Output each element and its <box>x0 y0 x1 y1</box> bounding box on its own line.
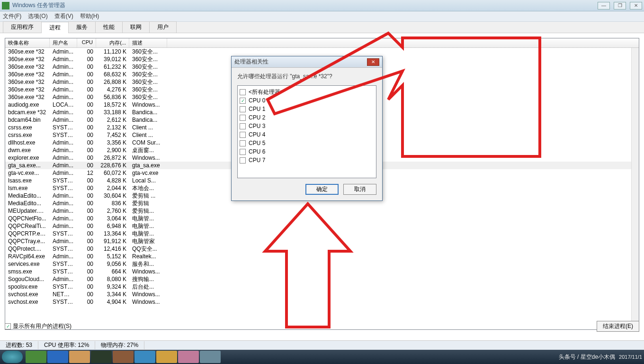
cpu-row[interactable]: CPU 2 <box>240 113 374 122</box>
process-row[interactable]: QQPCRealTi...Admin...006,948 K电脑管... <box>5 222 639 230</box>
tab[interactable]: 性能 <box>95 21 123 33</box>
cpu-row[interactable]: CPU 3 <box>240 122 374 130</box>
tab[interactable]: 用户 <box>149 21 177 33</box>
process-row[interactable]: spoolsv.exeSYSTEM009,324 K后台处... <box>5 283 639 291</box>
tab[interactable]: 联网 <box>122 21 150 33</box>
ok-button[interactable]: 确定 <box>305 184 339 195</box>
process-row[interactable]: QQPCNetFlo...Admin...003,064 K电脑管... <box>5 215 639 222</box>
column-header[interactable]: 用户名 <box>50 38 77 47</box>
process-row[interactable]: 360se.exe *32Admin...0011,120 K360安全... <box>5 48 639 55</box>
minimize-button[interactable]: — <box>598 2 610 9</box>
menu-item[interactable]: 文件(F) <box>3 12 21 20</box>
menu-item[interactable]: 帮助(H) <box>80 12 99 20</box>
taskbar-icon[interactable] <box>178 351 199 363</box>
show-all-checkbox[interactable]: ✓ <box>5 323 11 329</box>
end-process-button[interactable]: 结束进程(E) <box>597 321 639 332</box>
column-header[interactable]: CPU <box>77 38 96 47</box>
column-header[interactable]: 描述 <box>129 38 167 47</box>
dialog-question: 允许哪些处理器运行 "gta_sa...e *32"? <box>232 68 382 85</box>
taskbar: 头条号 / 星空de小木偶 2017/11/1 <box>0 350 644 364</box>
cpu-row[interactable]: CPU 6 <box>240 147 374 156</box>
cpu-list: <所有处理器>✓CPU 0CPU 1CPU 2CPU 3CPU 4CPU 5CP… <box>237 85 376 178</box>
cpu-checkbox[interactable] <box>240 115 246 121</box>
tab[interactable]: 应用程序 <box>3 21 42 33</box>
status-bar: 进程数: 53 CPU 使用率: 12% 物理内存: 27% <box>0 340 644 350</box>
column-headers: 映像名称用户名CPU内存(...描述 <box>5 38 639 48</box>
taskbar-icon[interactable] <box>113 351 134 363</box>
tab[interactable]: 服务 <box>68 21 96 33</box>
status-mem: 物理内存: 27% <box>95 341 144 349</box>
titlebar: Windows 任务管理器 — ❐ ✕ <box>0 0 644 11</box>
cpu-row[interactable]: CPU 1 <box>240 105 374 113</box>
cpu-checkbox[interactable] <box>240 106 246 112</box>
start-button[interactable] <box>2 351 23 363</box>
process-row[interactable]: MEUpdater.exeAdmin...002,760 K爱剪辑... <box>5 207 639 215</box>
status-cpu: CPU 使用率: 12% <box>38 341 95 349</box>
menu-item[interactable]: 选项(O) <box>28 12 47 20</box>
cpu-checkbox[interactable] <box>240 123 246 129</box>
affinity-dialog: 处理器相关性 ✕ 允许哪些处理器运行 "gta_sa...e *32"? <所有… <box>231 56 383 201</box>
taskbar-icon[interactable] <box>69 351 90 363</box>
process-row[interactable]: QQProtect....SYSTEM0012,416 KQQ安全... <box>5 245 639 253</box>
cpu-checkbox[interactable] <box>240 132 246 138</box>
taskbar-icon[interactable] <box>26 351 46 363</box>
cpu-checkbox[interactable] <box>240 149 246 155</box>
process-row[interactable]: svchost.exeSYSTEM004,904 KWindows... <box>5 298 639 306</box>
taskbar-icon[interactable] <box>47 351 68 363</box>
column-header[interactable]: 内存(... <box>96 38 129 47</box>
tabbar: 应用程序进程服务性能联网用户 <box>0 22 644 33</box>
app-icon <box>2 2 9 9</box>
cpu-checkbox[interactable] <box>240 140 246 146</box>
taskbar-icon[interactable] <box>91 351 112 363</box>
cpu-row[interactable]: CPU 4 <box>240 130 374 139</box>
close-button[interactable]: ✕ <box>630 2 642 9</box>
taskbar-icon[interactable] <box>200 351 221 363</box>
status-procs: 进程数: 53 <box>0 341 38 349</box>
window-title: Windows 任务管理器 <box>12 1 598 9</box>
cancel-button[interactable]: 取消 <box>343 184 376 195</box>
clock-date: 2017/11/1 <box>619 354 642 360</box>
taskbar-icon[interactable] <box>156 351 177 363</box>
process-row[interactable]: services.exeSYSTEM009,056 K服务和... <box>5 260 639 268</box>
cpu-row[interactable]: ✓CPU 0 <box>240 96 374 105</box>
scrollbar[interactable] <box>631 48 639 329</box>
tab[interactable]: 进程 <box>41 22 69 33</box>
process-row[interactable]: QQPCRTP.ex...SYSTEM0013,364 K电脑管... <box>5 230 639 237</box>
watermark: 头条号 / 星空de小木偶 <box>559 353 615 361</box>
process-row[interactable]: QQPCTray.e...Admin...0091,912 K电脑管家 <box>5 237 639 245</box>
cpu-row[interactable]: CPU 5 <box>240 139 374 147</box>
dialog-close-button[interactable]: ✕ <box>367 58 379 66</box>
cpu-row[interactable]: CPU 7 <box>240 156 374 164</box>
taskbar-icon[interactable] <box>134 351 155 363</box>
menu-item[interactable]: 查看(V) <box>54 12 73 20</box>
show-all-label: 显示所有用户的进程(S) <box>13 322 72 330</box>
process-row[interactable]: RAVCpl64.exeAdmin...005,152 KRealtek... <box>5 253 639 260</box>
process-row[interactable]: SogouCloud...Admin...008,080 K搜狗输... <box>5 275 639 283</box>
dialog-title: 处理器相关性 <box>234 58 367 66</box>
cpu-all-checkbox[interactable] <box>240 89 246 95</box>
process-row[interactable]: smss.exeSYSTEM00664 KWindows... <box>5 268 639 275</box>
cpu-checkbox[interactable]: ✓ <box>240 98 246 104</box>
column-header[interactable]: 映像名称 <box>5 38 50 47</box>
cpu-checkbox[interactable] <box>240 157 246 164</box>
menubar: 文件(F)选项(O)查看(V)帮助(H) <box>0 11 644 22</box>
process-row[interactable]: svchost.exeNETWO...003,344 KWindows... <box>5 291 639 298</box>
maximize-button[interactable]: ❐ <box>614 2 626 9</box>
